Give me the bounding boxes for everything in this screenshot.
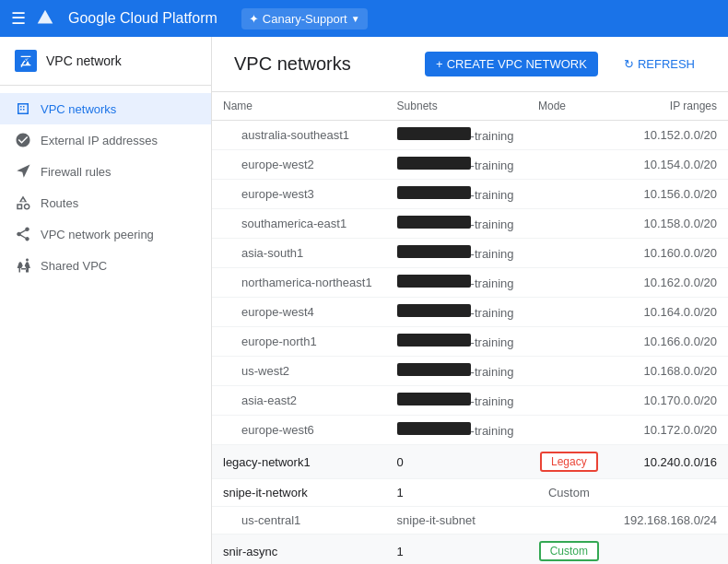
subnet-name-cell: -training (386, 298, 527, 327)
table-row: europe-north1 -training 10.166.0.0/20 (212, 327, 728, 357)
table-row: southamerica-east1 -training 10.158.0.0/… (212, 209, 728, 239)
sidebar-label-peering: VPC network peering (41, 228, 154, 241)
table-header: Name Subnets Mode IP ranges (212, 92, 728, 121)
subnet-name-cell: -training (386, 239, 527, 268)
vpc-network-icon (15, 50, 37, 72)
subnet-name-cell: -training (386, 180, 527, 209)
region-cell: europe-west3 (212, 180, 386, 209)
vpc-networks-table: Name Subnets Mode IP ranges australia-so… (212, 92, 728, 564)
table-row: europe-west3 -training 10.156.0.0/20 (212, 180, 728, 209)
ip-cell (611, 479, 728, 507)
custom-text: Custom (548, 486, 590, 499)
table-row: legacy-network1 0 Legacy 10.240.0.0/16 (212, 445, 728, 479)
ip-cell: 10.152.0.0/20 (611, 121, 728, 150)
sidebar-item-firewall[interactable]: Firewall rules (0, 156, 211, 187)
table-row: europe-west6 -training 10.172.0.0/20 (212, 416, 728, 445)
ip-cell: 10.158.0.0/20 (611, 209, 728, 239)
ip-cell: 10.166.0.0/20 (611, 327, 728, 357)
sidebar-label-vpc: VPC networks (41, 102, 116, 116)
region-cell: southamerica-east1 (212, 209, 386, 239)
ip-cell: 192.168.168.0/24 (611, 507, 728, 535)
ip-cell: 10.240.0.0/16 (611, 445, 728, 479)
create-vpc-button[interactable]: + CREATE VPC NETWORK (425, 52, 598, 76)
sidebar-label-firewall: Firewall rules (41, 165, 112, 179)
table-row: snipe-it-network 1 Custom (212, 479, 728, 507)
region-cell: us-central1 (212, 507, 386, 535)
project-selector[interactable]: ✦ Canary-Support ▼ (241, 8, 368, 29)
sidebar-item-vpc-networks[interactable]: VPC networks (0, 93, 211, 124)
subnet-name-cell: snipe-it-subnet (386, 507, 527, 535)
gcp-logo-icon (35, 8, 55, 29)
sidebar-item-peering[interactable]: VPC network peering (0, 218, 211, 250)
custom-green-badge: Custom (539, 541, 599, 561)
plus-icon: + (436, 57, 443, 71)
chevron-down-icon: ▼ (351, 14, 360, 24)
ip-cell (611, 535, 728, 565)
region-cell: northamerica-northeast1 (212, 268, 386, 298)
refresh-button-label: REFRESH (638, 57, 695, 71)
routes-icon (15, 194, 31, 211)
ip-cell: 10.162.0.0/20 (611, 268, 728, 298)
sidebar-item-external-ip[interactable]: External IP addresses (0, 124, 211, 156)
subnet-count-cell: 0 (386, 445, 527, 479)
vpc-networks-icon (15, 100, 31, 117)
app-title: Google Cloud Platform (68, 10, 217, 27)
region-cell: europe-west4 (212, 298, 386, 327)
col-mode: Mode (527, 92, 611, 121)
legacy-badge: Legacy (540, 452, 598, 472)
region-cell: europe-west6 (212, 416, 386, 445)
mode-cell: Legacy (527, 445, 611, 479)
region-cell: asia-south1 (212, 239, 386, 268)
content-area: VPC networks + CREATE VPC NETWORK ↻ REFR… (212, 37, 728, 564)
firewall-icon (15, 163, 31, 180)
peering-icon (15, 226, 31, 242)
sidebar-item-shared-vpc[interactable]: Shared VPC (0, 250, 211, 281)
ip-cell: 10.164.0.0/20 (611, 298, 728, 327)
menu-icon[interactable]: ☰ (11, 8, 26, 29)
table-row: northamerica-northeast1 -training 10.162… (212, 268, 728, 298)
table-container: Name Subnets Mode IP ranges australia-so… (212, 92, 728, 564)
subnet-name-cell: -training (386, 209, 527, 239)
main-layout: VPC network VPC networks External IP add… (0, 37, 728, 564)
sidebar-nav: VPC networks External IP addresses Firew… (0, 86, 211, 288)
ip-cell: 10.170.0.0/20 (611, 386, 728, 416)
table-row: australia-southeast1 -training 10.152.0.… (212, 121, 728, 150)
sidebar-label-routes: Routes (41, 196, 78, 210)
table-row: us-central1 snipe-it-subnet 192.168.168.… (212, 507, 728, 535)
network-name-cell: snir-async (212, 535, 386, 565)
table-body: australia-southeast1 -training 10.152.0.… (212, 121, 728, 565)
region-cell: us-west2 (212, 357, 386, 386)
subnet-name-cell: -training (386, 121, 527, 150)
ip-cell: 10.154.0.0/20 (611, 150, 728, 180)
col-ipranges: IP ranges (611, 92, 728, 121)
sidebar-label-shared-vpc: Shared VPC (41, 259, 107, 273)
shared-vpc-icon (15, 257, 31, 274)
table-row: snir-async 1 Custom (212, 535, 728, 565)
external-ip-icon (15, 132, 31, 148)
sidebar-item-routes[interactable]: Routes (0, 187, 211, 218)
region-cell: europe-west2 (212, 150, 386, 180)
subnet-count-cell: 1 (386, 479, 527, 507)
region-cell: asia-east2 (212, 386, 386, 416)
ip-cell: 10.156.0.0/20 (611, 180, 728, 209)
sidebar-header: VPC network (0, 37, 211, 86)
subnet-name-cell: -training (386, 386, 527, 416)
region-cell: australia-southeast1 (212, 121, 386, 150)
subnet-name-cell: -training (386, 268, 527, 298)
content-title: VPC networks (234, 53, 410, 75)
table-row: europe-west4 -training 10.164.0.0/20 (212, 298, 728, 327)
mode-cell: Custom (527, 535, 611, 565)
sidebar-title: VPC network (46, 53, 122, 68)
top-header: ☰ Google Cloud Platform ✦ Canary-Support… (0, 0, 728, 37)
project-name: Canary-Support (263, 12, 347, 26)
ip-cell: 10.160.0.0/20 (611, 239, 728, 268)
subnet-name-cell: -training (386, 150, 527, 180)
refresh-button[interactable]: ↻ REFRESH (613, 52, 706, 76)
subnet-name-cell: -training (386, 357, 527, 386)
sidebar-label-external-ip: External IP addresses (41, 134, 158, 147)
table-row: us-west2 -training 10.168.0.0/20 (212, 357, 728, 386)
col-name: Name (212, 92, 386, 121)
mode-cell: Custom (527, 479, 611, 507)
subnet-name-cell: -training (386, 416, 527, 445)
col-subnets: Subnets (386, 92, 527, 121)
